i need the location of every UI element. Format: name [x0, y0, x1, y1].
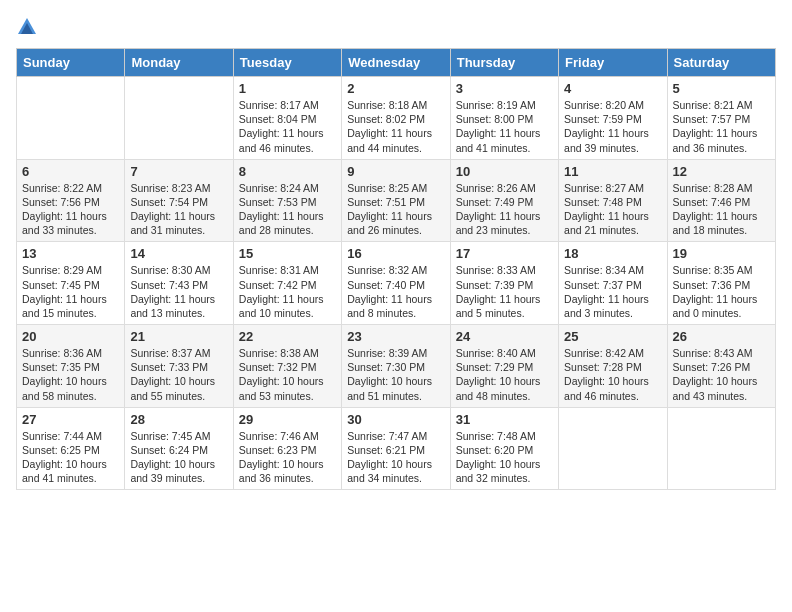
day-number: 10 — [456, 164, 553, 179]
day-info: Sunrise: 8:36 AMSunset: 7:35 PMDaylight:… — [22, 346, 119, 403]
day-info: Sunrise: 8:29 AMSunset: 7:45 PMDaylight:… — [22, 263, 119, 320]
calendar-table: SundayMondayTuesdayWednesdayThursdayFrid… — [16, 48, 776, 490]
day-info: Sunrise: 8:37 AMSunset: 7:33 PMDaylight:… — [130, 346, 227, 403]
calendar-cell: 25Sunrise: 8:42 AMSunset: 7:28 PMDayligh… — [559, 325, 667, 408]
calendar-cell: 21Sunrise: 8:37 AMSunset: 7:33 PMDayligh… — [125, 325, 233, 408]
calendar-cell: 17Sunrise: 8:33 AMSunset: 7:39 PMDayligh… — [450, 242, 558, 325]
calendar-week-4: 20Sunrise: 8:36 AMSunset: 7:35 PMDayligh… — [17, 325, 776, 408]
calendar-cell: 29Sunrise: 7:46 AMSunset: 6:23 PMDayligh… — [233, 407, 341, 490]
day-number: 25 — [564, 329, 661, 344]
calendar-cell: 8Sunrise: 8:24 AMSunset: 7:53 PMDaylight… — [233, 159, 341, 242]
calendar-cell — [667, 407, 775, 490]
day-number: 27 — [22, 412, 119, 427]
day-info: Sunrise: 7:47 AMSunset: 6:21 PMDaylight:… — [347, 429, 444, 486]
day-info: Sunrise: 7:46 AMSunset: 6:23 PMDaylight:… — [239, 429, 336, 486]
weekday-wednesday: Wednesday — [342, 49, 450, 77]
calendar-cell — [559, 407, 667, 490]
calendar-cell: 15Sunrise: 8:31 AMSunset: 7:42 PMDayligh… — [233, 242, 341, 325]
calendar-cell: 30Sunrise: 7:47 AMSunset: 6:21 PMDayligh… — [342, 407, 450, 490]
day-number: 16 — [347, 246, 444, 261]
day-number: 5 — [673, 81, 770, 96]
calendar-cell: 28Sunrise: 7:45 AMSunset: 6:24 PMDayligh… — [125, 407, 233, 490]
day-number: 24 — [456, 329, 553, 344]
day-number: 17 — [456, 246, 553, 261]
day-number: 2 — [347, 81, 444, 96]
day-number: 9 — [347, 164, 444, 179]
calendar-cell: 13Sunrise: 8:29 AMSunset: 7:45 PMDayligh… — [17, 242, 125, 325]
day-number: 12 — [673, 164, 770, 179]
calendar-cell: 6Sunrise: 8:22 AMSunset: 7:56 PMDaylight… — [17, 159, 125, 242]
calendar-cell — [125, 77, 233, 160]
calendar-cell: 1Sunrise: 8:17 AMSunset: 8:04 PMDaylight… — [233, 77, 341, 160]
calendar-week-1: 1Sunrise: 8:17 AMSunset: 8:04 PMDaylight… — [17, 77, 776, 160]
day-info: Sunrise: 8:19 AMSunset: 8:00 PMDaylight:… — [456, 98, 553, 155]
weekday-thursday: Thursday — [450, 49, 558, 77]
day-number: 4 — [564, 81, 661, 96]
day-info: Sunrise: 8:18 AMSunset: 8:02 PMDaylight:… — [347, 98, 444, 155]
day-info: Sunrise: 8:40 AMSunset: 7:29 PMDaylight:… — [456, 346, 553, 403]
weekday-sunday: Sunday — [17, 49, 125, 77]
calendar-cell: 27Sunrise: 7:44 AMSunset: 6:25 PMDayligh… — [17, 407, 125, 490]
calendar-week-2: 6Sunrise: 8:22 AMSunset: 7:56 PMDaylight… — [17, 159, 776, 242]
calendar-cell: 9Sunrise: 8:25 AMSunset: 7:51 PMDaylight… — [342, 159, 450, 242]
day-number: 6 — [22, 164, 119, 179]
day-info: Sunrise: 7:48 AMSunset: 6:20 PMDaylight:… — [456, 429, 553, 486]
calendar-cell: 11Sunrise: 8:27 AMSunset: 7:48 PMDayligh… — [559, 159, 667, 242]
day-number: 3 — [456, 81, 553, 96]
weekday-saturday: Saturday — [667, 49, 775, 77]
day-info: Sunrise: 8:17 AMSunset: 8:04 PMDaylight:… — [239, 98, 336, 155]
day-number: 8 — [239, 164, 336, 179]
calendar-week-5: 27Sunrise: 7:44 AMSunset: 6:25 PMDayligh… — [17, 407, 776, 490]
day-info: Sunrise: 8:21 AMSunset: 7:57 PMDaylight:… — [673, 98, 770, 155]
day-info: Sunrise: 8:38 AMSunset: 7:32 PMDaylight:… — [239, 346, 336, 403]
calendar-cell: 31Sunrise: 7:48 AMSunset: 6:20 PMDayligh… — [450, 407, 558, 490]
day-number: 1 — [239, 81, 336, 96]
day-info: Sunrise: 8:25 AMSunset: 7:51 PMDaylight:… — [347, 181, 444, 238]
day-number: 18 — [564, 246, 661, 261]
logo — [16, 16, 42, 38]
day-number: 29 — [239, 412, 336, 427]
calendar-cell: 5Sunrise: 8:21 AMSunset: 7:57 PMDaylight… — [667, 77, 775, 160]
day-info: Sunrise: 8:31 AMSunset: 7:42 PMDaylight:… — [239, 263, 336, 320]
weekday-monday: Monday — [125, 49, 233, 77]
calendar-cell: 4Sunrise: 8:20 AMSunset: 7:59 PMDaylight… — [559, 77, 667, 160]
calendar-cell: 3Sunrise: 8:19 AMSunset: 8:00 PMDaylight… — [450, 77, 558, 160]
day-info: Sunrise: 8:43 AMSunset: 7:26 PMDaylight:… — [673, 346, 770, 403]
weekday-tuesday: Tuesday — [233, 49, 341, 77]
day-number: 30 — [347, 412, 444, 427]
calendar-cell: 12Sunrise: 8:28 AMSunset: 7:46 PMDayligh… — [667, 159, 775, 242]
weekday-header-row: SundayMondayTuesdayWednesdayThursdayFrid… — [17, 49, 776, 77]
day-number: 14 — [130, 246, 227, 261]
day-info: Sunrise: 8:32 AMSunset: 7:40 PMDaylight:… — [347, 263, 444, 320]
calendar-cell: 23Sunrise: 8:39 AMSunset: 7:30 PMDayligh… — [342, 325, 450, 408]
calendar-cell: 20Sunrise: 8:36 AMSunset: 7:35 PMDayligh… — [17, 325, 125, 408]
calendar-cell: 26Sunrise: 8:43 AMSunset: 7:26 PMDayligh… — [667, 325, 775, 408]
day-number: 22 — [239, 329, 336, 344]
day-info: Sunrise: 8:20 AMSunset: 7:59 PMDaylight:… — [564, 98, 661, 155]
calendar-cell: 16Sunrise: 8:32 AMSunset: 7:40 PMDayligh… — [342, 242, 450, 325]
day-info: Sunrise: 8:30 AMSunset: 7:43 PMDaylight:… — [130, 263, 227, 320]
calendar-cell: 14Sunrise: 8:30 AMSunset: 7:43 PMDayligh… — [125, 242, 233, 325]
day-number: 15 — [239, 246, 336, 261]
calendar-week-3: 13Sunrise: 8:29 AMSunset: 7:45 PMDayligh… — [17, 242, 776, 325]
calendar-cell: 10Sunrise: 8:26 AMSunset: 7:49 PMDayligh… — [450, 159, 558, 242]
page-header — [16, 16, 776, 38]
day-number: 31 — [456, 412, 553, 427]
day-number: 7 — [130, 164, 227, 179]
day-number: 21 — [130, 329, 227, 344]
calendar-cell: 7Sunrise: 8:23 AMSunset: 7:54 PMDaylight… — [125, 159, 233, 242]
day-number: 26 — [673, 329, 770, 344]
day-info: Sunrise: 7:44 AMSunset: 6:25 PMDaylight:… — [22, 429, 119, 486]
calendar-cell — [17, 77, 125, 160]
day-number: 13 — [22, 246, 119, 261]
day-number: 20 — [22, 329, 119, 344]
day-info: Sunrise: 8:28 AMSunset: 7:46 PMDaylight:… — [673, 181, 770, 238]
calendar-cell: 24Sunrise: 8:40 AMSunset: 7:29 PMDayligh… — [450, 325, 558, 408]
calendar-cell: 18Sunrise: 8:34 AMSunset: 7:37 PMDayligh… — [559, 242, 667, 325]
weekday-friday: Friday — [559, 49, 667, 77]
day-info: Sunrise: 8:24 AMSunset: 7:53 PMDaylight:… — [239, 181, 336, 238]
logo-icon — [16, 16, 38, 38]
day-info: Sunrise: 7:45 AMSunset: 6:24 PMDaylight:… — [130, 429, 227, 486]
calendar-cell: 19Sunrise: 8:35 AMSunset: 7:36 PMDayligh… — [667, 242, 775, 325]
calendar-body: 1Sunrise: 8:17 AMSunset: 8:04 PMDaylight… — [17, 77, 776, 490]
